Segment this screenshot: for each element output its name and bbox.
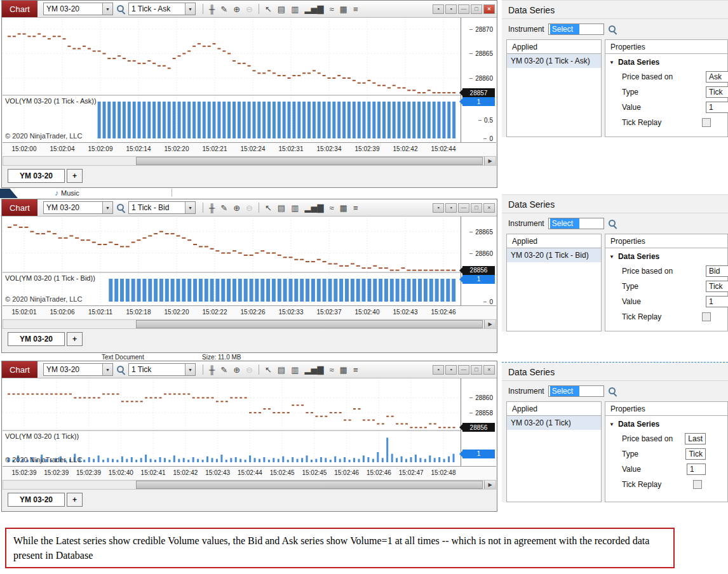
instrument-link-button[interactable]: ▪ — [433, 365, 444, 375]
tab-ym-03-20[interactable]: YM 03-20 — [8, 169, 65, 183]
instrument-link-button[interactable]: ▪ — [433, 4, 444, 14]
price-axis[interactable]: 28865288600288561 — [461, 217, 496, 305]
minimize-button[interactable]: — — [458, 203, 469, 213]
applied-list[interactable]: YM 03-20 (1 Tick - Ask) — [506, 54, 602, 137]
property-value-field[interactable]: Tick — [706, 86, 728, 98]
chart-menu-button[interactable]: Chart — [2, 1, 37, 17]
chart-area[interactable]: VOL(YM 03-20 (1 Tick - Bid)) © 2020 Ninj… — [3, 217, 496, 306]
instrument-link-button[interactable]: ▪ — [433, 203, 444, 213]
page-icon[interactable]: ▤ — [278, 204, 285, 212]
strategies-icon[interactable]: ▦ — [340, 366, 347, 374]
add-tab-button[interactable]: + — [67, 169, 83, 183]
draw-tools-icon[interactable]: ✎ — [220, 204, 227, 212]
indicators-icon[interactable]: ╫ — [209, 204, 215, 212]
add-tab-button[interactable]: + — [67, 332, 83, 346]
applied-item[interactable]: YM 03-20 (1 Tick) — [507, 416, 601, 430]
horizontal-scrollbar[interactable]: ▶ — [3, 319, 496, 329]
series-select[interactable]: 1 Tick - Ask ▼ — [128, 3, 196, 15]
bar-chart-icon[interactable]: ▂▅▇ — [304, 204, 323, 212]
properties-list-icon[interactable]: ≡ — [353, 5, 358, 13]
tick-replay-checkbox[interactable] — [693, 480, 702, 489]
cursor-icon[interactable]: ↖ — [265, 204, 272, 212]
interval-link-button[interactable]: ▪ — [445, 365, 457, 375]
horizontal-scrollbar[interactable]: ▶ — [3, 480, 496, 490]
interval-link-button[interactable]: ▪ — [445, 4, 457, 14]
tab-ym-03-20[interactable]: YM 03-20 — [8, 332, 65, 346]
chart-area[interactable]: VOL(YM 03-20 (1 Tick)) © 2020 NinjaTrade… — [3, 378, 496, 467]
scroll-right-button[interactable]: ▶ — [484, 481, 495, 489]
zoom-in-icon[interactable]: ⊕ — [233, 5, 240, 13]
maximize-button[interactable]: □ — [471, 365, 482, 375]
properties-list-icon[interactable]: ≡ — [353, 366, 358, 374]
indicators-icon[interactable]: ╫ — [209, 5, 215, 13]
applied-item[interactable]: YM 03-20 (1 Tick - Bid) — [507, 248, 601, 262]
close-button[interactable]: × — [483, 4, 495, 14]
chart-panel-icon[interactable]: ▥ — [291, 5, 299, 13]
minimize-button[interactable]: — — [458, 365, 469, 375]
instrument-select[interactable]: YM 03-20 ▼ — [43, 201, 113, 214]
horizontal-scrollbar[interactable]: ▶ — [3, 156, 496, 166]
zoom-in-icon[interactable]: ⊕ — [233, 204, 240, 212]
tick-replay-checkbox[interactable] — [702, 312, 711, 321]
page-icon[interactable]: ▤ — [278, 366, 285, 374]
price-axis[interactable]: 2886028858288561 — [461, 378, 496, 466]
chart-area[interactable]: VOL(YM 03-20 (1 Tick - Ask)) © 2020 Ninj… — [3, 18, 496, 143]
instrument-search-field[interactable]: Select — [548, 218, 604, 229]
tab-ym-03-20[interactable]: YM 03-20 — [8, 493, 65, 507]
indicators-icon[interactable]: ╫ — [209, 366, 215, 374]
chart-panel-icon[interactable]: ▥ — [291, 204, 299, 212]
collapse-triangle-icon[interactable]: ▼ — [609, 422, 614, 427]
collapse-triangle-icon[interactable]: ▼ — [609, 60, 614, 65]
tick-replay-checkbox[interactable] — [702, 118, 711, 127]
chart-panel-icon[interactable]: ▥ — [291, 366, 299, 374]
minimize-button[interactable]: — — [458, 4, 469, 14]
scroll-right-button[interactable]: ▶ — [484, 320, 495, 328]
search-icon[interactable] — [608, 387, 617, 396]
search-icon[interactable] — [608, 25, 617, 34]
instrument-search-field[interactable]: Select — [548, 385, 604, 397]
scrollbar-thumb[interactable] — [136, 481, 483, 489]
close-button[interactable]: × — [483, 203, 495, 213]
property-value-field[interactable]: Last — [685, 433, 706, 444]
strategies-icon[interactable]: ▦ — [340, 5, 347, 13]
bar-chart-icon[interactable]: ▂▅▇ — [304, 5, 323, 13]
series-select[interactable]: 1 Tick ▼ — [128, 363, 196, 376]
strategies-icon[interactable]: ▦ — [340, 204, 347, 212]
chart-menu-button[interactable]: Chart — [2, 199, 37, 216]
applied-item[interactable]: YM 03-20 (1 Tick - Ask) — [507, 54, 601, 68]
price-axis[interactable]: 2887028865288600.50288571 — [461, 18, 496, 142]
collapse-triangle-icon[interactable]: ▼ — [609, 254, 614, 260]
applied-list[interactable]: YM 03-20 (1 Tick) — [506, 416, 602, 502]
property-value-field[interactable]: Tick — [685, 448, 706, 460]
page-icon[interactable]: ▤ — [278, 5, 285, 13]
chart-menu-button[interactable]: Chart — [2, 361, 37, 378]
property-value-field[interactable]: 1 — [706, 102, 728, 113]
data-series-section-header[interactable]: ▼ Data Series — [605, 417, 727, 431]
instrument-select[interactable]: YM 03-20 ▼ — [43, 3, 113, 15]
explorer-music-item[interactable]: ♪ Music — [55, 189, 79, 197]
properties-list-icon[interactable]: ≡ — [353, 204, 358, 212]
search-icon[interactable] — [116, 4, 125, 13]
instrument-search-field[interactable]: Select — [548, 23, 604, 35]
draw-tools-icon[interactable]: ✎ — [220, 366, 227, 374]
close-button[interactable]: × — [483, 365, 495, 375]
search-icon[interactable] — [608, 219, 617, 228]
property-value-field[interactable]: Tick — [706, 281, 728, 292]
scroll-right-button[interactable]: ▶ — [484, 157, 495, 165]
property-value-field[interactable]: 1 — [687, 464, 706, 475]
applied-list[interactable]: YM 03-20 (1 Tick - Bid) — [506, 248, 602, 331]
bar-chart-icon[interactable]: ▂▅▇ — [304, 366, 323, 374]
maximize-button[interactable]: □ — [471, 4, 482, 14]
series-select[interactable]: 1 Tick - Bid ▼ — [128, 201, 196, 214]
property-value-field[interactable]: 1 — [706, 296, 728, 307]
line-style-icon[interactable]: ≈ — [329, 204, 334, 212]
add-tab-button[interactable]: + — [67, 493, 83, 507]
search-icon[interactable] — [116, 365, 125, 374]
property-value-field[interactable]: Bid — [706, 265, 728, 277]
scrollbar-thumb[interactable] — [136, 320, 483, 328]
maximize-button[interactable]: □ — [471, 203, 482, 213]
line-style-icon[interactable]: ≈ — [329, 5, 334, 13]
property-value-field[interactable]: Ask — [706, 71, 728, 83]
cursor-icon[interactable]: ↖ — [265, 5, 272, 13]
zoom-in-icon[interactable]: ⊕ — [233, 366, 240, 374]
